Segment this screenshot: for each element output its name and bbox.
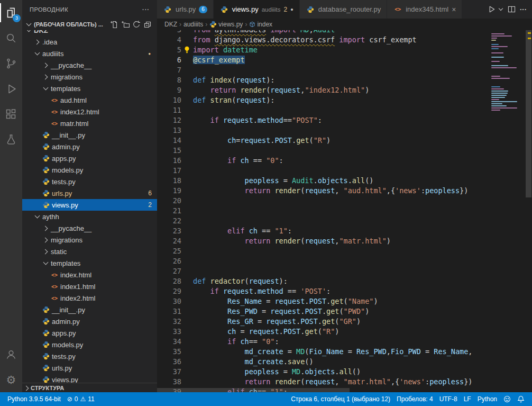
source-control-icon[interactable]	[0, 51, 22, 76]
code-line[interactable]: 8def index(request):	[157, 75, 472, 85]
vertical-scrollbar-slider[interactable]	[526, 30, 531, 197]
extensions-icon[interactable]	[0, 102, 22, 127]
code-line[interactable]: 27	[157, 266, 472, 276]
accounts-icon[interactable]	[0, 341, 22, 367]
new-file-icon[interactable]	[110, 20, 118, 29]
tree-item-.idea[interactable]: .idea	[22, 36, 157, 48]
tree-item-__pycache__[interactable]: __pycache__	[22, 222, 157, 234]
workspace-section-header[interactable]: (РАБОЧАЯ ОБЛАСТЬ) ...	[22, 19, 157, 30]
code-line[interactable]: 16 if ch == "0":	[157, 156, 472, 166]
collapse-all-icon[interactable]	[143, 20, 152, 29]
python-interpreter-status[interactable]: Python 3.9.5 64-bit	[4, 392, 64, 406]
tree-item-templates[interactable]: templates	[22, 257, 157, 269]
code-line[interactable]: 11	[157, 105, 472, 115]
run-python-file-icon[interactable]	[488, 5, 496, 13]
code-line[interactable]: 4from django.views.decorators.csrf impor…	[157, 35, 472, 45]
code-line[interactable]: 12 if request.method=="POST":	[157, 115, 472, 125]
code-line[interactable]: 20	[157, 196, 472, 206]
tree-item-tests.py[interactable]: tests.py	[22, 350, 157, 362]
tree-item-audiiits[interactable]: audiiits●	[22, 48, 157, 59]
tree-item-index2.html[interactable]: <>index2.html	[22, 292, 157, 304]
tree-item-matr.html[interactable]: <>matr.html	[22, 118, 157, 129]
code-line[interactable]: 13	[157, 125, 472, 136]
code-line[interactable]: 36 md_create.save()	[157, 357, 472, 367]
run-dropdown-icon[interactable]	[498, 7, 503, 12]
tree-item-migrations[interactable]: migrations	[22, 71, 157, 83]
code-line[interactable]: 9 return render(request,"index12.html")	[157, 85, 472, 95]
tree-item-urls.py[interactable]: urls.py	[22, 362, 157, 374]
cursor-position-status[interactable]: Строка 6, столбец 1 (выбрано 12)	[288, 395, 393, 403]
tree-item-apps.py[interactable]: apps.py	[22, 152, 157, 164]
code-line[interactable]: 21	[157, 206, 472, 216]
code-line[interactable]: 38 return render(request, "matr.html",{'…	[157, 377, 472, 387]
tree-item-migrations[interactable]: migrations	[22, 234, 157, 246]
code-line[interactable]: 25	[157, 246, 472, 256]
tab-views.py[interactable]: views.pyaudiiits2●	[214, 0, 300, 19]
run-and-debug-icon[interactable]	[0, 76, 22, 102]
code-line[interactable]: 22	[157, 216, 472, 226]
breadcrumb-item-index[interactable]: index	[249, 21, 272, 28]
tree-item-static[interactable]: static	[22, 246, 157, 257]
more-actions-icon[interactable]: ···	[520, 5, 527, 13]
code-line[interactable]: 26	[157, 256, 472, 266]
tree-item-admin.py[interactable]: admin.py	[22, 315, 157, 327]
tree-item-index12.html[interactable]: <>index12.html	[22, 106, 157, 118]
tree-item-urls.py[interactable]: urls.py6	[22, 187, 157, 199]
code-line[interactable]: 35 md_create = MD(Fio_Name = Res_PWD,Fio…	[157, 347, 472, 357]
tree-item-tests.py[interactable]: tests.py	[22, 176, 157, 187]
tab-index345.html[interactable]: <>index345.html×	[387, 0, 462, 19]
tree-item-__init__.py[interactable]: __init__.py	[22, 129, 157, 141]
code-line[interactable]: 28def redactor(request):	[157, 276, 472, 286]
split-editor-icon[interactable]	[508, 5, 516, 13]
code-line[interactable]: 7	[157, 65, 472, 75]
tree-item-__pycache__[interactable]: __pycache__	[22, 59, 157, 71]
sidebar-more-actions-icon[interactable]: ···	[142, 6, 150, 13]
lightbulb-icon[interactable]	[184, 46, 190, 53]
tree-item-index.html[interactable]: <>index.html	[22, 269, 157, 281]
tree-item-aud.html[interactable]: <>aud.html	[22, 94, 157, 106]
tree-item-apps.py[interactable]: apps.py	[22, 327, 157, 339]
tree-item-models.py[interactable]: models.py	[22, 164, 157, 176]
indentation-status[interactable]: Пробелов: 4	[393, 395, 436, 403]
code-line[interactable]: 30 Res_Name = request.POST.get("Name")	[157, 296, 472, 306]
feedback-smiley-icon[interactable]	[500, 395, 514, 403]
refresh-icon[interactable]	[132, 20, 141, 29]
horizontal-scrollbar-slider[interactable]	[157, 388, 350, 392]
eol-status[interactable]: LF	[461, 395, 474, 403]
code-line[interactable]: 6@csrf_exempt	[157, 55, 472, 65]
breadcrumb-item-DKZ[interactable]: DKZ	[164, 21, 177, 28]
code-line[interactable]: 5import datetime	[157, 45, 472, 55]
vertical-scrollbar[interactable]	[525, 30, 532, 392]
code-line[interactable]: 33 ch = request.POST.get("R")	[157, 327, 472, 337]
tree-item-views.py[interactable]: views.py2	[22, 199, 157, 211]
code-line[interactable]: 23 elif ch == "1":	[157, 226, 472, 236]
search-icon[interactable]	[0, 25, 22, 51]
testing-icon[interactable]	[0, 127, 22, 152]
outline-section-header[interactable]: СТРУКТУРА	[22, 383, 157, 392]
code-line[interactable]: 32 Res_GR = request.POST.get("GR")	[157, 317, 472, 327]
language-mode-status[interactable]: Python	[474, 395, 500, 403]
explorer-icon[interactable]: 3	[0, 0, 22, 25]
code-line[interactable]: 37 peopless = MD.objects.all()	[157, 367, 472, 377]
tree-item-aythh[interactable]: aythh	[22, 211, 157, 222]
code-line[interactable]: 34 if ch== "0":	[157, 337, 472, 347]
code-line[interactable]: 3from aythh.models import MD,Audit	[157, 30, 472, 35]
breadcrumb-item-views.py[interactable]: views.py	[209, 21, 243, 28]
code-line[interactable]: 18 peopless = Audit.objects.all()	[157, 176, 472, 186]
breadcrumb-item-audiiits[interactable]: audiiits	[184, 21, 203, 28]
code-line[interactable]: 19 return render(request, "aud.html",{'n…	[157, 186, 472, 196]
tree-item-index1.html[interactable]: <>index1.html	[22, 281, 157, 292]
problems-status[interactable]: ⊘ 0 ⚠ 11	[64, 392, 98, 406]
code-line[interactable]: 14 ch=request.POST.get("R")	[157, 136, 472, 146]
code-line[interactable]: 17	[157, 166, 472, 176]
tree-item-templates[interactable]: templates	[22, 83, 157, 94]
tab-database_roouter.py[interactable]: database_roouter.py	[300, 0, 388, 19]
close-icon[interactable]: ×	[452, 6, 456, 13]
code-line[interactable]: 24 return render(request,"matr.html")	[157, 236, 472, 246]
notifications-bell-icon[interactable]	[514, 395, 528, 403]
tree-item-views.py[interactable]: views.py	[22, 374, 157, 383]
code-editor[interactable]: 3from aythh.models import MD,Audit4from …	[157, 30, 532, 392]
tab-urls.py[interactable]: urls.py6	[157, 0, 214, 19]
new-folder-icon[interactable]	[121, 20, 130, 29]
code-line[interactable]: 15	[157, 146, 472, 156]
